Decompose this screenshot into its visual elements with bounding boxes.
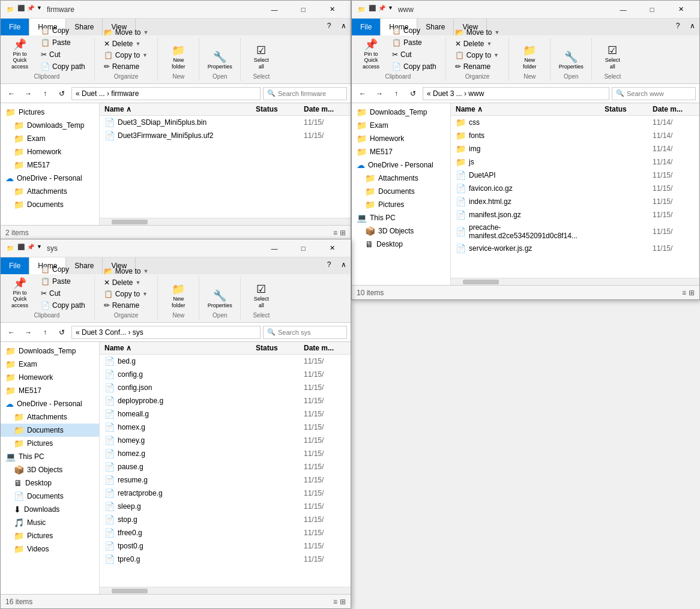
new-folder-button[interactable]: 📁 Newfolder: [163, 277, 194, 311]
paste-button[interactable]: 📋 Paste: [37, 276, 89, 287]
file-item[interactable]: 📄 Duet3Firmware_Mini5plus.uf2 11/15/: [100, 129, 351, 142]
file-item[interactable]: 📄 tpost0.g 11/15/: [100, 539, 351, 553]
sidebar-item-pictures[interactable]: 📁 Pictures: [352, 198, 450, 211]
file-item[interactable]: 📁 js 11/14/: [451, 155, 699, 169]
file-item[interactable]: 📄 stop.g 11/15/: [100, 513, 351, 526]
pin-to-quick-access-button[interactable]: 📌 Pin to Quickaccess: [4, 275, 35, 311]
file-item[interactable]: 📄 homez.g 11/15/: [100, 447, 351, 460]
file-item[interactable]: 📄 service-worker.js.gz 11/15/: [451, 242, 699, 255]
cut-button[interactable]: ✂ Cut: [37, 49, 89, 60]
file-item[interactable]: 📄 sleep.g 11/15/: [100, 500, 351, 513]
maximize-button[interactable]: □: [289, 1, 317, 19]
large-icons-view-icon[interactable]: ⊞: [340, 598, 346, 606]
move-to-button[interactable]: 📂 Move to ▼: [100, 27, 153, 38]
sidebar-item-downloads-temp[interactable]: 📁 Downloads_Temp: [1, 119, 99, 132]
ribbon-chevron-button[interactable]: ∧: [336, 19, 351, 33]
copy-button[interactable]: 📋 Copy: [37, 25, 89, 36]
file-item[interactable]: 📄 homex.g 11/15/: [100, 421, 351, 434]
search-input[interactable]: [278, 90, 343, 97]
move-to-button[interactable]: 📂 Move to ▼: [451, 27, 504, 38]
sidebar-item-desktop[interactable]: 🖥 Desktop: [352, 238, 450, 251]
search-input[interactable]: [627, 90, 692, 97]
details-view-icon[interactable]: ≡: [333, 598, 337, 606]
sidebar-item-documents[interactable]: 📁 Documents: [1, 198, 99, 211]
file-item[interactable]: 📄 favicon.ico.gz 11/15/: [451, 182, 699, 195]
search-box[interactable]: 🔍: [612, 87, 696, 100]
file-item[interactable]: 📄 DuetAPI 11/15/: [451, 169, 699, 182]
sidebar-item-documents[interactable]: 📁 Documents: [352, 185, 450, 198]
sidebar-item-documents[interactable]: 📁 Documents: [1, 424, 99, 437]
sidebar-item-pictures[interactable]: 📁 Pictures: [1, 106, 99, 119]
close-button[interactable]: ✕: [667, 1, 695, 19]
back-button[interactable]: ←: [355, 86, 370, 101]
cut-button[interactable]: ✂ Cut: [37, 288, 89, 299]
minimize-button[interactable]: —: [261, 239, 288, 257]
sidebar-item-desktop[interactable]: 🖥 Desktop: [1, 476, 99, 490]
file-item[interactable]: 📄 config.g 11/15/: [100, 368, 351, 381]
copy-to-button[interactable]: 📋 Copy to ▼: [451, 50, 504, 61]
properties-button[interactable]: 🔧 Properties: [555, 38, 587, 72]
delete-button[interactable]: ✕ Delete ▼: [100, 277, 153, 288]
ribbon-help-button[interactable]: ?: [322, 19, 336, 33]
address-path[interactable]: « Duet ... › firmware: [71, 87, 261, 100]
file-item[interactable]: 📄 tpre0.g 11/15/: [100, 553, 351, 566]
sidebar-item-homework[interactable]: 📁 Homework: [1, 371, 99, 384]
copy-path-button[interactable]: 📄 Copy path: [388, 61, 441, 72]
delete-button[interactable]: ✕ Delete ▼: [100, 38, 153, 49]
sidebar-item-pictures[interactable]: 📁 Pictures: [1, 437, 99, 450]
sidebar-item-downloads[interactable]: ⬇ Downloads: [1, 503, 99, 516]
move-to-button[interactable]: 📂 Move to ▼: [100, 266, 153, 277]
file-item[interactable]: 📄 manifest.json.gz 11/15/: [451, 208, 699, 221]
pin-to-quick-access-button[interactable]: 📌 Pin to Quickaccess: [355, 36, 387, 72]
ribbon-chevron-button[interactable]: ∧: [336, 257, 351, 272]
select-all-button[interactable]: ☑ Selectall: [246, 277, 277, 311]
sidebar-item-attachments[interactable]: 📁 Attachments: [352, 172, 450, 185]
sidebar-item-attachments[interactable]: 📁 Attachments: [1, 185, 99, 198]
search-box[interactable]: 🔍: [263, 87, 347, 100]
new-folder-button[interactable]: 📁 Newfolder: [163, 38, 194, 72]
maximize-button[interactable]: □: [638, 1, 666, 19]
ribbon-help-button[interactable]: ?: [671, 19, 685, 33]
file-item[interactable]: 📄 pause.g 11/15/: [100, 460, 351, 473]
file-item[interactable]: 📄 homey.g 11/15/: [100, 434, 351, 447]
file-item[interactable]: 📁 fonts 11/14/: [451, 129, 699, 142]
rename-button[interactable]: ✏ Rename: [100, 61, 153, 72]
file-item[interactable]: 📄 precache-manifest.d2ce53452091d0c8f14.…: [451, 221, 699, 242]
forward-button[interactable]: →: [21, 86, 35, 101]
horizontal-scrollbar[interactable]: [100, 587, 351, 594]
search-input[interactable]: [278, 329, 343, 336]
copy-button[interactable]: 📋 Copy: [388, 25, 441, 36]
copy-button[interactable]: 📋 Copy: [37, 264, 89, 275]
sidebar-item-homework[interactable]: 📁 Homework: [352, 132, 450, 145]
paste-button[interactable]: 📋 Paste: [37, 37, 89, 48]
details-view-icon[interactable]: ≡: [682, 289, 686, 297]
up-button[interactable]: ↑: [38, 325, 52, 340]
new-folder-button[interactable]: 📁 Newfolder: [514, 38, 545, 72]
copy-to-button[interactable]: 📋 Copy to ▼: [100, 289, 153, 299]
copy-to-button[interactable]: 📋 Copy to ▼: [100, 50, 153, 61]
minimize-button[interactable]: —: [261, 1, 288, 19]
refresh-button[interactable]: ↺: [55, 86, 69, 101]
sidebar-item-me517[interactable]: 📁 ME517: [1, 158, 99, 172]
paste-button[interactable]: 📋 Paste: [388, 37, 441, 48]
close-button[interactable]: ✕: [318, 239, 346, 257]
file-item[interactable]: 📁 css 11/14/: [451, 116, 699, 129]
back-button[interactable]: ←: [4, 86, 19, 101]
properties-button[interactable]: 🔧 Properties: [204, 38, 235, 72]
large-icons-view-icon[interactable]: ⊞: [689, 289, 695, 297]
properties-button[interactable]: 🔧 Properties: [204, 277, 235, 311]
file-item[interactable]: 📄 index.html.gz 11/15/: [451, 195, 699, 208]
close-button[interactable]: ✕: [318, 1, 346, 19]
sidebar-item-documents2[interactable]: 📄 Documents: [1, 490, 99, 503]
sidebar-item-this-pc[interactable]: 💻 This PC: [1, 450, 99, 463]
file-item[interactable]: 📄 config.json 11/15/: [100, 381, 351, 394]
search-box[interactable]: 🔍: [263, 326, 347, 339]
refresh-button[interactable]: ↺: [406, 86, 420, 101]
forward-button[interactable]: →: [372, 86, 387, 101]
sidebar-item-exam[interactable]: 📁 Exam: [1, 132, 99, 145]
address-path[interactable]: « Duet 3 ... › www: [423, 87, 609, 100]
horizontal-scrollbar[interactable]: [100, 218, 351, 225]
sidebar-item-downloads-temp[interactable]: 📁 Downloads_Temp: [1, 344, 99, 358]
sidebar-item-onedrive[interactable]: ☁ OneDrive - Personal: [1, 172, 99, 185]
file-item[interactable]: 📁 img 11/14/: [451, 142, 699, 155]
